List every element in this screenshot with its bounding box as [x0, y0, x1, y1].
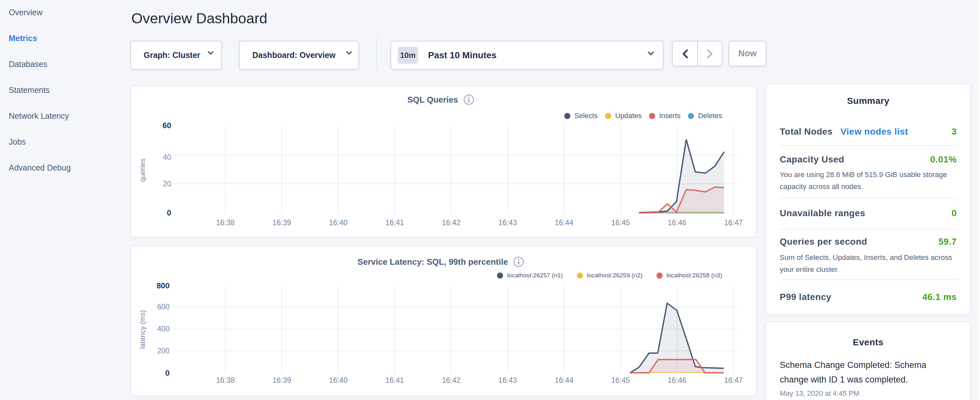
svg-text:60: 60 [162, 121, 171, 130]
svg-text:16:38: 16:38 [216, 376, 235, 384]
svg-text:16:42: 16:42 [442, 218, 461, 227]
svg-text:16:46: 16:46 [668, 376, 687, 384]
svg-text:queries: queries [138, 159, 146, 182]
svg-text:0: 0 [165, 369, 170, 377]
svg-text:16:42: 16:42 [442, 376, 461, 384]
svg-text:16:47: 16:47 [724, 218, 743, 227]
svg-text:20: 20 [163, 180, 171, 188]
svg-text:200: 200 [157, 347, 170, 355]
svg-text:16:46: 16:46 [668, 218, 687, 227]
svg-text:latency (ms): latency (ms) [138, 310, 146, 349]
svg-text:16:44: 16:44 [555, 376, 574, 384]
svg-text:800: 800 [157, 281, 170, 290]
svg-text:0: 0 [167, 209, 171, 217]
svg-text:600: 600 [157, 303, 170, 311]
svg-text:16:40: 16:40 [329, 218, 348, 227]
svg-text:16:39: 16:39 [272, 376, 291, 384]
svg-text:16:47: 16:47 [724, 376, 743, 384]
svg-text:16:40: 16:40 [329, 376, 348, 384]
svg-text:16:39: 16:39 [272, 218, 291, 227]
svg-text:16:45: 16:45 [611, 376, 630, 384]
svg-text:16:41: 16:41 [385, 218, 404, 227]
svg-text:40: 40 [163, 153, 171, 161]
svg-text:16:44: 16:44 [555, 218, 574, 227]
svg-text:16:43: 16:43 [498, 218, 517, 227]
svg-text:16:41: 16:41 [385, 376, 404, 384]
svg-text:16:38: 16:38 [216, 218, 235, 227]
svg-text:16:45: 16:45 [611, 218, 630, 227]
svg-text:16:43: 16:43 [498, 376, 517, 384]
svg-text:400: 400 [157, 325, 170, 333]
